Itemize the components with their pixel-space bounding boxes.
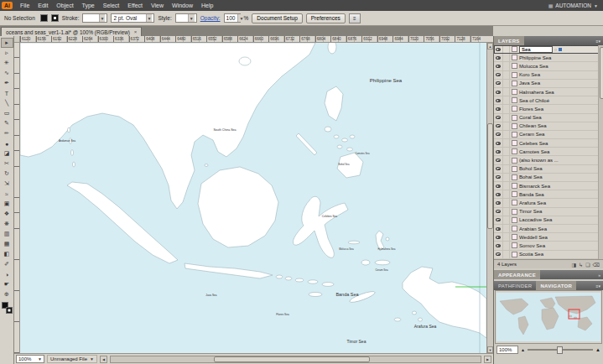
zoom-tool[interactable]: ⊕	[1, 289, 13, 299]
layer-name[interactable]: Somov Sea	[519, 243, 597, 248]
opacity-input[interactable]: 100▼	[224, 13, 241, 23]
vertical-scrollbar[interactable]: ▲ ▼	[486, 43, 493, 353]
toolbar-stroke-swatch[interactable]	[6, 307, 13, 314]
preferences-button[interactable]: Preferences	[306, 13, 346, 23]
layer-thumbnail[interactable]	[512, 97, 517, 103]
visibility-eye-icon[interactable]	[496, 159, 501, 162]
close-icon[interactable]: ×	[134, 29, 138, 34]
layer-row[interactable]: Laccadive Sea ○	[494, 216, 603, 225]
layer-row[interactable]: Arafura Sea ○	[494, 199, 603, 207]
lock-toggle-cell[interactable]	[503, 71, 510, 79]
tab-navigator[interactable]: NAVIGATOR	[536, 281, 576, 290]
app-logo[interactable]: Ai	[2, 2, 13, 9]
tab-layers[interactable]: LAYERS	[494, 36, 524, 45]
layer-row[interactable]: Molucca Sea ○	[494, 62, 603, 70]
visibility-eye-icon[interactable]	[496, 124, 501, 127]
lock-toggle-cell[interactable]	[503, 208, 510, 216]
lock-toggle-cell[interactable]	[503, 233, 510, 241]
layer-name[interactable]: Laccadive Sea	[519, 217, 597, 222]
menu-item[interactable]: File	[16, 3, 34, 8]
visibility-eye-icon[interactable]	[496, 56, 501, 60]
new-layer-icon[interactable]: ❏	[585, 262, 590, 268]
magic-wand-tool[interactable]: ✳	[1, 58, 13, 68]
free-transform-tool[interactable]: ▣	[1, 199, 13, 209]
rotate-tool[interactable]: ↻	[1, 169, 13, 179]
layer-name[interactable]: Weddell Sea	[519, 235, 597, 240]
layer-name[interactable]: Flores Sea	[519, 107, 597, 112]
scroll-up-icon[interactable]: ▲	[487, 43, 493, 49]
layer-name[interactable]: Ceram Sea	[519, 132, 597, 137]
tab-pathfinder[interactable]: PATHFINDER	[494, 281, 536, 290]
vertical-scroll-thumb[interactable]	[487, 123, 493, 229]
layer-row[interactable]: Sea ○	[494, 45, 603, 54]
menu-item[interactable]: View	[147, 3, 168, 8]
scroll-down-icon[interactable]: ▼	[487, 346, 493, 353]
lock-toggle-cell[interactable]	[503, 199, 510, 206]
toolbar-fill-stroke-swatches[interactable]	[2, 302, 13, 314]
menu-item[interactable]: Window	[168, 3, 197, 8]
line-segment-tool[interactable]: ╲	[1, 98, 13, 108]
column-graph-tool[interactable]: ▥	[1, 229, 13, 239]
lock-toggle-cell[interactable]	[503, 148, 510, 155]
scissors-tool[interactable]: ✂	[1, 159, 13, 169]
layer-thumbnail[interactable]	[512, 183, 517, 189]
layer-thumbnail[interactable]	[512, 191, 517, 197]
pencil-tool[interactable]: ✏	[1, 128, 13, 138]
layer-row[interactable]: Bismarck Sea ○	[494, 182, 603, 190]
opacity-link[interactable]: Opacity:	[200, 15, 221, 21]
visibility-eye-icon[interactable]	[496, 227, 501, 231]
menu-item[interactable]: Object	[52, 3, 77, 8]
delete-layer-icon[interactable]: ⌫	[593, 262, 600, 268]
type-tool[interactable]: T	[1, 88, 13, 98]
layer-row[interactable]: Timor Sea ○	[494, 208, 603, 216]
document-tab[interactable]: oceans and seas_ver1-1.ai* @ 100% (RGB/P…	[1, 27, 142, 36]
layer-row[interactable]: Arabian Sea ○	[494, 225, 603, 233]
lock-toggle-cell[interactable]	[503, 80, 510, 87]
lock-toggle-cell[interactable]	[503, 165, 510, 173]
layer-name[interactable]: Bohol Sea	[519, 166, 597, 171]
eraser-tool[interactable]: ◪	[1, 148, 13, 159]
layer-name[interactable]: Molucca Sea	[519, 64, 597, 69]
visibility-eye-icon[interactable]	[496, 167, 501, 170]
visibility-eye-icon[interactable]	[496, 244, 501, 247]
lock-toggle-cell[interactable]	[503, 45, 510, 53]
lock-toggle-cell[interactable]	[503, 122, 510, 130]
zoom-in-icon[interactable]: ▲	[595, 347, 600, 352]
layer-thumbnail[interactable]	[512, 123, 517, 129]
layer-name[interactable]: Celebes Sea	[519, 141, 597, 146]
layer-thumbnail[interactable]	[512, 226, 517, 231]
scale-tool[interactable]: ⇲	[1, 179, 13, 189]
layer-thumbnail[interactable]	[512, 81, 517, 86]
layer-row[interactable]: Bohol Sea ○	[494, 165, 603, 174]
lock-toggle-cell[interactable]	[503, 131, 510, 138]
menu-item[interactable]: Effect	[123, 3, 147, 8]
layer-row[interactable]: Banda Sea ○	[494, 190, 603, 199]
layer-name[interactable]: Sea	[519, 46, 553, 53]
layer-thumbnail[interactable]	[512, 209, 517, 215]
visibility-eye-icon[interactable]	[496, 218, 501, 221]
visibility-eye-icon[interactable]	[496, 65, 501, 68]
direct-selection-tool[interactable]: ▹	[1, 48, 13, 58]
tab-appearance[interactable]: APPEARANCE	[494, 270, 540, 279]
layer-row[interactable]: Celebes Sea ○	[494, 139, 603, 148]
layer-row[interactable]: Coral Sea ○	[494, 114, 603, 122]
layer-thumbnail[interactable]	[512, 115, 517, 121]
control-panel-menu-icon[interactable]: ≡	[349, 13, 361, 23]
hand-tool[interactable]: ☛	[1, 279, 13, 289]
style-dropdown[interactable]: ▼	[175, 13, 197, 23]
eyedropper-tool[interactable]: ✐	[1, 259, 13, 269]
layer-row[interactable]: Flores Sea ○	[494, 105, 603, 113]
zoom-level-dropdown[interactable]: 100%▼	[16, 355, 44, 363]
visibility-eye-icon[interactable]	[496, 107, 501, 111]
visibility-eye-icon[interactable]	[496, 48, 501, 51]
layer-row[interactable]: Chilean Sea ○	[494, 122, 603, 131]
symbol-sprayer-tool[interactable]: ❋	[1, 219, 13, 229]
lock-toggle-cell[interactable]	[503, 54, 510, 61]
new-sublayer-icon[interactable]: ↳	[579, 262, 583, 268]
visibility-eye-icon[interactable]	[496, 201, 501, 205]
visibility-eye-icon[interactable]	[496, 116, 501, 119]
visibility-eye-icon[interactable]	[496, 99, 501, 102]
layer-thumbnail[interactable]	[512, 234, 517, 240]
visibility-eye-icon[interactable]	[496, 236, 501, 239]
layer-row[interactable]: (also known as ... ○	[494, 156, 603, 164]
